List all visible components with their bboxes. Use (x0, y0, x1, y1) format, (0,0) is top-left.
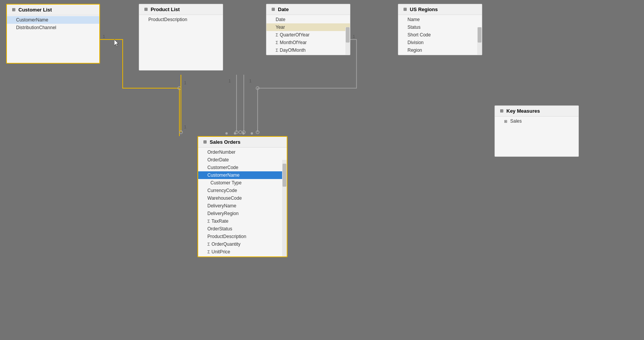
svg-point-13 (225, 132, 228, 135)
date-title: Date (278, 7, 289, 12)
field-label: WarehouseCode (207, 195, 242, 201)
field-region[interactable]: Region (398, 46, 482, 54)
field-productdescription-sales[interactable]: ProductDescription (198, 233, 287, 240)
field-orderquantity[interactable]: Σ OrderQuantity (198, 240, 287, 248)
svg-text:1: 1 (249, 79, 251, 83)
field-customer-type[interactable]: Customer Type (198, 179, 287, 187)
field-division[interactable]: Division (398, 39, 482, 46)
field-label: ProductDescription (207, 234, 246, 239)
field-label: DistributionChannel (16, 25, 56, 30)
sales-orders-table[interactable]: ⊞ Sales Orders OrderNumber OrderDate Cus… (197, 136, 288, 257)
product-list-table[interactable]: ⊞ Product List ProductDescription (139, 4, 223, 71)
field-label: DeliveryRegion (207, 211, 238, 216)
field-warehousecode[interactable]: WarehouseCode (198, 194, 287, 202)
field-deliveryname[interactable]: DeliveryName (198, 202, 287, 210)
field-currencycode[interactable]: CurrencyCode (198, 187, 287, 194)
field-date[interactable]: Date (266, 16, 350, 23)
product-list-header: ⊞ Product List (139, 4, 223, 15)
table-grid-icon: ⊞ (270, 7, 276, 12)
svg-text:1: 1 (228, 79, 231, 83)
date-scrollbar-thumb[interactable] (346, 27, 350, 43)
field-year[interactable]: Year (266, 23, 350, 31)
svg-point-16 (251, 132, 253, 135)
date-table[interactable]: ⊞ Date Date Year Σ QuarterOfYear Σ Month… (266, 4, 350, 55)
svg-text:1: 1 (184, 125, 186, 129)
date-scrollbar[interactable] (345, 27, 350, 55)
svg-point-8 (242, 131, 245, 134)
table-grid-icon: ⊞ (402, 7, 407, 12)
field-label: CustomerCode (207, 165, 238, 170)
field-label: OrderDate (207, 157, 229, 163)
field-ordernumber[interactable]: OrderNumber (198, 148, 287, 156)
field-monthofyear[interactable]: Σ MonthOfYear (266, 39, 350, 46)
sales-orders-title: Sales Orders (210, 139, 240, 145)
table-grid-icon: ⊞ (143, 7, 148, 12)
customer-list-body: CustomerName DistributionChannel (7, 15, 99, 63)
field-label: Year (276, 25, 285, 30)
sigma-icon: Σ (276, 40, 278, 45)
product-list-body: ProductDescription (139, 15, 223, 70)
field-label: Sales (510, 118, 522, 124)
field-orderdate[interactable]: OrderDate (198, 156, 287, 164)
field-status[interactable]: Status (398, 23, 482, 31)
table-grid-icon: ⊞ (499, 108, 504, 114)
table-field-icon: ⊞ (504, 119, 507, 123)
field-label: Name (407, 17, 420, 22)
customer-list-table[interactable]: ⊞ Customer List CustomerName Distributio… (6, 4, 100, 64)
sales-orders-body: OrderNumber OrderDate CustomerCode Custo… (198, 148, 287, 256)
cursor (114, 39, 120, 47)
field-customername-customer[interactable]: CustomerName (7, 16, 99, 24)
field-label: Division (407, 40, 424, 45)
field-customername-sales[interactable]: CustomerName (198, 171, 287, 179)
us-regions-table[interactable]: ⊞ US Regions Name Status Short Code Divi… (398, 4, 482, 55)
svg-text:1: 1 (184, 80, 186, 85)
field-label: QuarterOfYear (280, 32, 310, 38)
sales-orders-scrollbar-thumb[interactable] (283, 164, 286, 187)
sigma-icon: Σ (207, 219, 210, 223)
field-label: TaxRate (212, 218, 228, 224)
field-label: ProductDescription (148, 17, 187, 22)
us-regions-header: ⊞ US Regions (398, 4, 482, 15)
field-distributionchannel[interactable]: DistributionChannel (7, 24, 99, 31)
product-list-title: Product List (151, 7, 180, 12)
sigma-icon: Σ (207, 250, 210, 254)
table-grid-icon: ⊞ (11, 7, 16, 13)
field-productdescription[interactable]: ProductDescription (139, 16, 223, 23)
sigma-icon: Σ (276, 48, 278, 53)
field-dayofmonth[interactable]: Σ DayOfMonth (266, 46, 350, 54)
field-taxrate[interactable]: Σ TaxRate (198, 217, 287, 225)
field-unitprice[interactable]: Σ UnitPrice (198, 248, 287, 256)
field-label: CurrencyCode (207, 188, 237, 193)
key-measures-title: Key Measures (506, 108, 540, 114)
us-regions-title: US Regions (410, 7, 438, 12)
svg-point-9 (239, 131, 242, 134)
svg-point-7 (235, 131, 238, 134)
customer-list-header: ⊞ Customer List (7, 5, 99, 15)
field-shortcode[interactable]: Short Code (398, 31, 482, 39)
key-measures-body: ⊞ Sales (495, 117, 578, 156)
field-sales[interactable]: ⊞ Sales (495, 117, 578, 125)
field-quarterofyear[interactable]: Σ QuarterOfYear (266, 31, 350, 39)
field-customercode[interactable]: CustomerCode (198, 164, 287, 171)
field-label: Status (407, 25, 421, 30)
us-regions-scrollbar[interactable] (477, 27, 482, 55)
sigma-icon: Σ (207, 242, 210, 246)
svg-text:1: 1 (103, 34, 105, 39)
sales-orders-scrollbar[interactable] (282, 160, 287, 256)
table-grid-icon: ⊞ (202, 140, 207, 145)
field-orderstatus[interactable]: OrderStatus (198, 225, 287, 233)
key-measures-table[interactable]: ⊞ Key Measures ⊞ Sales (495, 105, 579, 157)
svg-point-11 (256, 87, 259, 90)
svg-point-14 (234, 132, 236, 135)
us-regions-scrollbar-thumb[interactable] (478, 27, 481, 43)
date-header: ⊞ Date (266, 4, 350, 15)
field-label: OrderQuantity (212, 241, 240, 247)
svg-text:1: 1 (353, 34, 355, 39)
field-name[interactable]: Name (398, 16, 482, 23)
field-deliveryregion[interactable]: DeliveryRegion (198, 210, 287, 217)
field-label: Short Code (407, 32, 431, 38)
customer-list-title: Customer List (18, 7, 52, 13)
field-label: Region (407, 48, 422, 53)
field-label: CustomerName (16, 17, 48, 23)
field-label: Customer Type (210, 180, 242, 186)
